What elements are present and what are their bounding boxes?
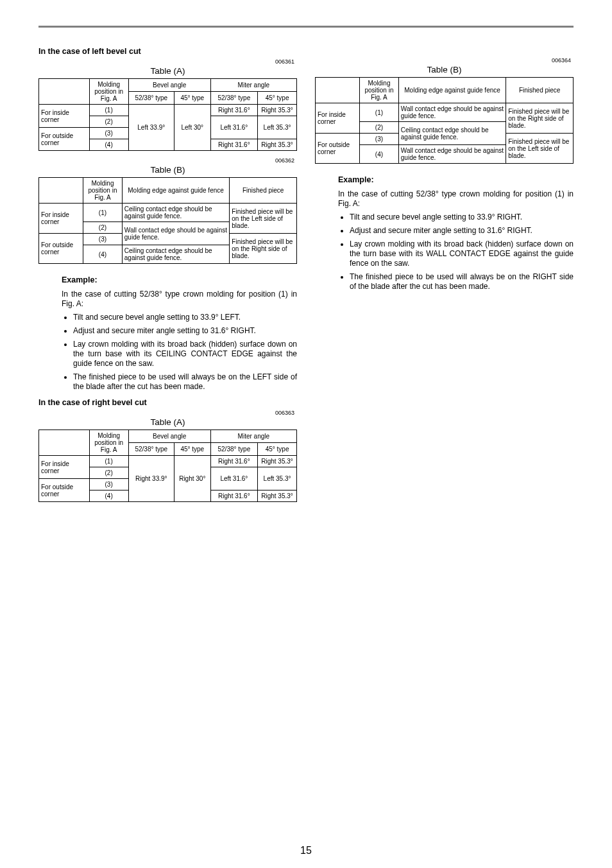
right-table-b-title: Table (B) [315, 65, 574, 74]
ta-p2: (2) [89, 116, 128, 128]
left-example-intro: In the case of cutting 52/38° type crown… [62, 290, 297, 309]
ta-h-molding: Molding position in Fig. A [89, 79, 128, 105]
ta2-miter-45: 45° type [258, 443, 297, 456]
tb-inside: For inside corner [39, 204, 83, 234]
left-table-a2-title: Table (A) [38, 417, 297, 427]
left-bullet-3: Lay crown molding with its broad back (h… [73, 340, 297, 369]
rtb-h-fin: Finished piece [506, 78, 574, 103]
tb-f1: Finished piece will be on the Left side … [230, 204, 297, 234]
ta-m1-45: Right 35.3° [258, 105, 297, 116]
ta2-m4-45: Right 35.3° [258, 490, 297, 502]
left-bullets: Tilt and secure bevel angle setting to 3… [73, 313, 297, 392]
table-a-title: Table (A) [38, 66, 297, 76]
tb-p4: (4) [83, 245, 123, 264]
rtb-inside: For inside corner [316, 103, 360, 134]
code-006361: 006361 [38, 58, 294, 65]
right-bullet-2: Adjust and secure miter angle setting to… [350, 226, 574, 236]
ta2-bevel-right30: Right 30° [174, 456, 210, 502]
left-table-b: Molding position in Fig. A Molding edge … [38, 177, 297, 264]
right-table-b: Molding position in Fig. A Molding edge … [315, 77, 574, 164]
left-example-heading: Example: [62, 275, 297, 284]
tb-e4: Ceiling contact edge should be against g… [122, 245, 230, 264]
ta2-p3: (3) [89, 479, 128, 490]
right-example-heading: Example: [338, 175, 574, 184]
ta-p1: (1) [89, 105, 128, 116]
rtb-h-edge: Molding edge against guide fence [398, 78, 506, 103]
ta2-h-molding: Molding position in Fig. A [89, 430, 128, 456]
ta2-m2-5238: Left 31.6° [210, 467, 257, 490]
left-bullet-2: Adjust and secure miter angle setting to… [73, 326, 297, 336]
tb-e1: Ceiling contact edge should be against g… [122, 204, 230, 222]
code-006362: 006362 [38, 157, 294, 164]
ta-p3: (3) [89, 128, 128, 139]
ta2-p4: (4) [89, 490, 128, 502]
rtb-outside: For outside corner [316, 134, 360, 164]
tb-h-pos: Molding position in Fig. A [83, 178, 123, 204]
left-bullet-4: The finished piece to be used will alway… [73, 372, 297, 392]
heading-right-bevel: In the case of right bevel cut [38, 398, 297, 407]
tb-p2: (2) [83, 222, 123, 234]
rtb-p1: (1) [360, 103, 399, 122]
ta2-bevel-right339: Right 33.9° [128, 456, 174, 502]
tb-h-fin: Finished piece [230, 178, 297, 204]
left-table-a: Molding position in Fig. A Bevel angle M… [38, 78, 297, 151]
rtb-p2: (2) [360, 122, 399, 134]
ta-m2-5238: Left 31.6° [210, 116, 257, 139]
tb-h-edge: Molding edge against guide fence [122, 178, 230, 204]
code-006363: 006363 [38, 410, 294, 416]
rtb-p4: (4) [360, 145, 399, 164]
rtb-f1: Finished piece will be on the Right side… [506, 103, 574, 134]
ta2-m1-45: Right 35.3° [258, 456, 297, 467]
ta-m2-45: Left 35.3° [258, 116, 297, 139]
left-table-a2: Molding position in Fig. A Bevel angle M… [38, 430, 297, 502]
left-bullet-1: Tilt and secure bevel angle setting to 3… [73, 313, 297, 322]
ta-m4-5238: Right 31.6° [210, 139, 257, 151]
rtb-p3: (3) [360, 134, 399, 145]
ta-m1-5238: Right 31.6° [210, 105, 257, 116]
tb-f3: Finished piece will be on the Right side… [230, 234, 297, 264]
right-bullets: Tilt and secure bevel angle setting to 3… [350, 213, 574, 291]
code-006364: 006364 [315, 57, 571, 64]
ta-miter-5238: 52/38° type [210, 92, 257, 105]
ta-h-bevel: Bevel angle [128, 79, 210, 92]
rtb-e2: Ceiling contact edge should be against g… [398, 122, 506, 145]
ta2-r-outside: For outside corner [39, 479, 90, 502]
tb-outside: For outside corner [39, 234, 83, 264]
left-column: In the case of left bevel cut 006361 Tab… [38, 43, 297, 502]
tb-p1: (1) [83, 204, 123, 222]
ta2-p1: (1) [89, 456, 128, 467]
tb-e2: Wall contact edge should be against guid… [122, 222, 230, 245]
ta2-h-miter: Miter angle [210, 430, 296, 443]
right-bullet-4: The finished piece to be used will alway… [350, 272, 574, 291]
ta2-r-inside: For inside corner [39, 456, 90, 479]
ta2-bevel-45: 45° type [174, 443, 210, 456]
top-rule [38, 26, 574, 28]
page-number: 15 [0, 845, 612, 856]
rtb-e1: Wall contact edge should be against guid… [398, 103, 506, 122]
ta2-m1-5238: Right 31.6° [210, 456, 257, 467]
ta2-bevel-5238: 52/38° type [128, 443, 174, 456]
right-column: 006364 Table (B) Molding position in Fig… [315, 43, 574, 502]
right-bullet-3: Lay crown molding with its broad back (h… [350, 239, 574, 268]
ta-bevel-45: 45° type [174, 92, 210, 105]
ta-miter-45: 45° type [258, 92, 297, 105]
ta-p4: (4) [89, 139, 128, 151]
ta2-m2-45: Left 35.3° [258, 467, 297, 490]
ta2-miter-5238: 52/38° type [210, 443, 257, 456]
tb-p3: (3) [83, 234, 123, 245]
ta-m4-45: Right 35.3° [258, 139, 297, 151]
left-table-b-title: Table (B) [38, 165, 297, 175]
rtb-f3: Finished piece will be on the Left side … [506, 134, 574, 164]
rtb-h-pos: Molding position in Fig. A [360, 78, 399, 103]
ta-h-miter: Miter angle [210, 79, 296, 92]
right-bullet-1: Tilt and secure bevel angle setting to 3… [350, 213, 574, 222]
right-example-intro: In the case of cutting 52/38° type crown… [338, 189, 574, 209]
ta2-p2: (2) [89, 467, 128, 479]
ta-bevel-5238: 52/38° type [128, 92, 174, 105]
ta2-h-bevel: Bevel angle [128, 430, 210, 443]
ta-r-outside: For outside corner [39, 128, 90, 151]
rtb-e4: Wall contact edge should be against guid… [398, 145, 506, 164]
heading-left-bevel: In the case of left bevel cut [38, 47, 297, 56]
ta-bevel-left30: Left 30° [174, 105, 210, 151]
ta-r-inside: For inside corner [39, 105, 90, 128]
